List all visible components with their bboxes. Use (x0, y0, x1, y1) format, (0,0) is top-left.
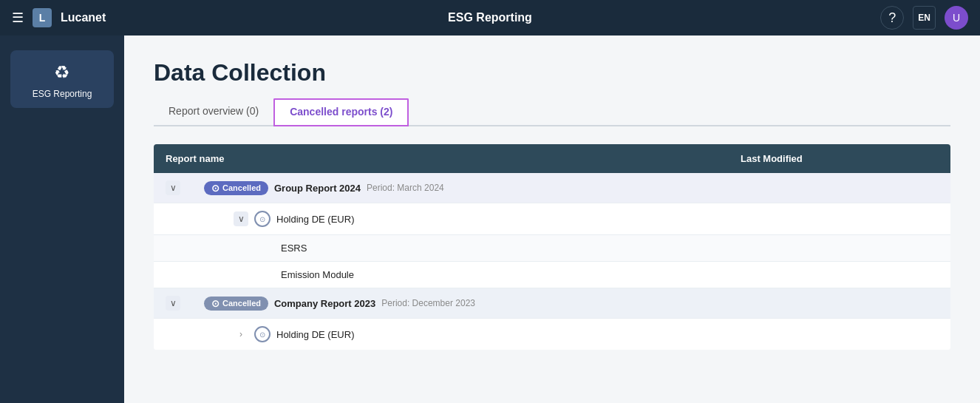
table-row: Emission Module (154, 262, 950, 288)
last-modified-cell (729, 203, 950, 235)
avatar-initial: U (953, 12, 960, 24)
help-button[interactable]: ? (880, 6, 904, 30)
tab-cancelled-reports[interactable]: Cancelled reports (2) (273, 98, 409, 126)
circle-icon: ⊙ (254, 211, 270, 227)
period-text: Period: December 2023 (381, 298, 475, 308)
circle-icon: ⊙ (254, 326, 270, 342)
report-name-cell: › ⊙ Holding DE (EUR) (204, 326, 717, 342)
report-name: Holding DE (EUR) (276, 329, 354, 340)
tab-report-overview[interactable]: Report overview (0) (154, 99, 273, 126)
expand-icon[interactable]: ∨ (166, 296, 180, 311)
report-name: ESRS (281, 243, 307, 254)
sidebar: ♻ ESG Reporting (0, 35, 124, 403)
report-name: Emission Module (281, 269, 354, 280)
col-last-modified: Last Modified (729, 144, 950, 173)
last-modified-cell (729, 319, 950, 350)
reports-table: Report name Last Modified ∨ Cancelled Gr… (154, 144, 950, 350)
hamburger-menu-icon[interactable]: ☰ (12, 10, 24, 26)
main-content: Data Collection Report overview (0) Canc… (124, 35, 980, 403)
collapse-icon[interactable]: › (234, 327, 248, 342)
main-layout: ♻ ESG Reporting Data Collection Report o… (0, 35, 980, 403)
report-name: Group Report 2024 (274, 183, 361, 194)
esg-reporting-icon: ♻ (54, 62, 70, 83)
cancelled-badge: Cancelled (204, 181, 268, 195)
language-button[interactable]: EN (913, 6, 936, 30)
nav-left: ☰ L Lucanet (12, 8, 106, 27)
sidebar-item-label: ESG Reporting (33, 89, 92, 99)
period-text: Period: March 2024 (367, 183, 444, 193)
last-modified-cell (729, 173, 950, 203)
app-name-label: Lucanet (61, 11, 106, 24)
page-title-nav: ESG Reporting (448, 11, 532, 24)
table-row: ESRS (154, 235, 950, 262)
col-report-name: Report name (154, 144, 729, 173)
page-title: Data Collection (154, 59, 950, 87)
help-icon: ? (888, 10, 896, 26)
report-name: Holding DE (EUR) (276, 214, 354, 225)
report-name: Company Report 2023 (274, 298, 375, 309)
expand-icon[interactable]: ∨ (234, 211, 248, 226)
table-header: Report name Last Modified (154, 144, 950, 173)
report-name-cell: ∨ ⊙ Holding DE (EUR) (204, 211, 717, 227)
table-row: › ⊙ Holding DE (EUR) (154, 319, 950, 350)
sidebar-item-esg-reporting[interactable]: ♻ ESG Reporting (10, 50, 114, 108)
top-nav: ☰ L Lucanet ESG Reporting ? EN U (0, 0, 980, 35)
user-avatar-button[interactable]: U (945, 6, 968, 30)
table-row: ∨ Cancelled Group Report 2024 Period: Ma… (154, 173, 950, 203)
last-modified-cell (729, 262, 950, 288)
report-name-cell: Cancelled Group Report 2024 Period: Marc… (204, 181, 717, 195)
language-label: EN (918, 13, 930, 23)
tabs-bar: Report overview (0) Cancelled reports (2… (154, 98, 950, 126)
table-row: ∨ Cancelled Company Report 2023 Period: … (154, 288, 950, 319)
last-modified-cell (729, 235, 950, 262)
table-row: ∨ ⊙ Holding DE (EUR) (154, 203, 950, 235)
last-modified-cell (729, 288, 950, 319)
report-name-cell: Cancelled Company Report 2023 Period: De… (204, 297, 717, 311)
cancelled-badge: Cancelled (204, 297, 268, 311)
nav-right: ? EN U (880, 6, 968, 30)
report-name-cell: ESRS (204, 243, 717, 254)
expand-icon[interactable]: ∨ (166, 180, 180, 195)
logo-icon: L (33, 8, 52, 27)
report-name-cell: Emission Module (204, 269, 717, 280)
